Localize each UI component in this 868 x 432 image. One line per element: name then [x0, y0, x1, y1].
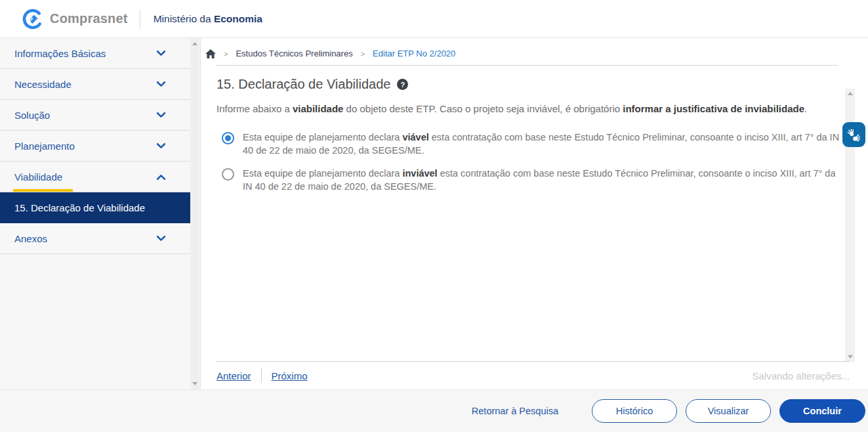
previous-link[interactable]: Anterior: [217, 370, 251, 381]
radio-unselected-icon[interactable]: [222, 168, 234, 181]
return-to-search-link[interactable]: Retornar à Pesquisa: [472, 406, 558, 416]
scroll-up-arrow-icon[interactable]: [192, 42, 197, 45]
sidebar-item-planejamento[interactable]: Planejamento: [0, 131, 190, 162]
breadcrumb-item-etp[interactable]: Estudos Técnicos Preliminares: [236, 49, 352, 58]
comprasnet-logo-icon: [22, 8, 44, 30]
chevron-down-icon: [157, 112, 165, 118]
nav-divider: [261, 368, 262, 383]
sign-language-hands-icon: [846, 127, 861, 142]
sidebar-item-viabilidade[interactable]: Viabilidade: [0, 162, 190, 192]
radio-option-viavel-label: Esta equipe de planejamento declara viáv…: [243, 131, 843, 158]
brand-name: Comprasnet: [50, 11, 128, 26]
main-content: > Estudos Técnicos Preliminares > Editar…: [201, 38, 868, 389]
radio-selected-icon[interactable]: [222, 132, 234, 144]
vlibras-accessibility-button[interactable]: [842, 122, 865, 147]
help-icon[interactable]: ?: [397, 79, 408, 90]
chevron-down-icon: [157, 51, 165, 56]
chevron-up-icon: [157, 174, 165, 180]
page-title: 15. Declaração de Viabilidade: [217, 77, 390, 92]
breadcrumb-separator: >: [224, 50, 228, 58]
breadcrumb-item-editar-etp[interactable]: Editar ETP No 2/2020: [373, 49, 455, 58]
home-icon[interactable]: [205, 49, 216, 58]
chevron-down-icon: [157, 143, 165, 149]
sidebar-scrollbar[interactable]: [190, 38, 199, 389]
intro-text: Informe abaixo a viabilidade do objeto d…: [217, 102, 829, 116]
sidebar-item-solucao[interactable]: Solução: [0, 100, 190, 131]
breadcrumb-divider: [217, 65, 838, 66]
app-header: Comprasnet Ministério da Economia: [0, 0, 868, 38]
history-button[interactable]: Histórico: [592, 399, 677, 423]
breadcrumb-separator: >: [361, 50, 365, 58]
autosave-status: Salvando alterações...: [753, 370, 850, 381]
active-section-indicator: [13, 189, 73, 192]
sidebar-item-declaracao-viabilidade-active[interactable]: 15. Declaração de Viabilidade: [0, 192, 190, 223]
sidebar-item-necessidade[interactable]: Necessidade: [0, 69, 190, 100]
scroll-down-arrow-icon[interactable]: [192, 382, 197, 385]
sidebar-item-anexos[interactable]: Anexos: [0, 223, 190, 254]
radio-option-viavel[interactable]: Esta equipe de planejamento declara viáv…: [222, 131, 868, 158]
radio-option-inviavel-label: Esta equipe de planejamento declara invi…: [243, 167, 843, 194]
ministry-title: Ministério da Economia: [154, 13, 262, 25]
radio-option-inviavel[interactable]: Esta equipe de planejamento declara invi…: [222, 167, 868, 194]
footer-action-bar: Retornar à Pesquisa Histórico Visualizar…: [0, 389, 868, 432]
breadcrumb: > Estudos Técnicos Preliminares > Editar…: [201, 38, 868, 58]
comprasnet-logo[interactable]: Comprasnet: [22, 8, 128, 30]
header-divider: [140, 9, 140, 29]
preview-button[interactable]: Visualizar: [686, 399, 771, 423]
conclude-button[interactable]: Concluir: [779, 399, 865, 423]
scroll-up-arrow-icon[interactable]: [848, 92, 853, 95]
sidebar-navigation: Informações Básicas Necessidade Solução …: [0, 38, 201, 389]
sidebar-item-informacoes-basicas[interactable]: Informações Básicas: [0, 38, 190, 69]
next-link[interactable]: Próximo: [272, 370, 308, 381]
scroll-down-arrow-icon[interactable]: [848, 355, 853, 358]
pagination-bar: Anterior Próximo Salvando alterações...: [217, 361, 850, 383]
chevron-down-icon: [157, 236, 165, 242]
chevron-down-icon: [157, 81, 165, 87]
